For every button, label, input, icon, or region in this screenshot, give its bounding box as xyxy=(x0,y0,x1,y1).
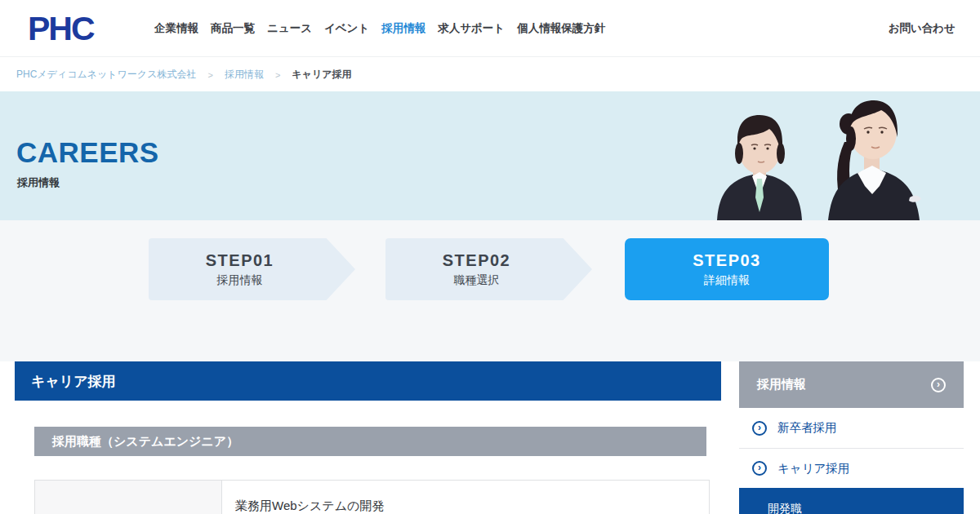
step-01[interactable]: STEP01 採用情報 xyxy=(149,238,355,300)
step-03-label: 詳細情報 xyxy=(704,273,750,288)
sidebar-header[interactable]: 採用情報 › xyxy=(739,361,964,408)
nav-item-privacy-policy[interactable]: 個人情報保護方針 xyxy=(517,21,605,36)
nav-item-news[interactable]: ニュース xyxy=(267,21,312,36)
step-02-number: STEP02 xyxy=(443,251,510,270)
step-03-number: STEP03 xyxy=(693,251,760,270)
nav-item-events[interactable]: イベント xyxy=(324,21,369,36)
chevron-right-circle-icon: › xyxy=(752,461,767,476)
sidebar-item-label: 新卒者採用 xyxy=(777,420,837,436)
business-people-photo xyxy=(701,91,939,220)
section-title-bar: キャリア採用 xyxy=(15,361,721,401)
step-01-number: STEP01 xyxy=(206,251,274,270)
woman-figure xyxy=(828,100,921,220)
sidebar-item-label: キャリア採用 xyxy=(777,461,849,476)
chevron-right-circle-icon: › xyxy=(931,378,946,392)
hero-banner: CAREERS 採用情報 xyxy=(0,91,980,220)
page-title: CAREERS xyxy=(16,136,159,169)
nav-item-company[interactable]: 企業情報 xyxy=(154,21,198,36)
chevron-right-icon: > xyxy=(275,70,280,80)
breadcrumb-recruit[interactable]: 採用情報 xyxy=(225,68,264,82)
careers-page: PHC 企業情報 商品一覧 ニュース イベント 採用情報 求人サポート 個人情報… xyxy=(0,0,980,514)
sidebar-item-development-active[interactable]: 開発職 xyxy=(739,488,964,514)
table-row-value: 業務用Webシステムの開発 xyxy=(222,481,709,514)
sidebar-title: 採用情報 xyxy=(757,377,806,392)
nav-item-job-support[interactable]: 求人サポート xyxy=(438,21,505,36)
sidebar-item-career[interactable]: › キャリア採用 xyxy=(739,448,964,488)
step-03-active[interactable]: STEP03 詳細情報 xyxy=(625,238,829,300)
step-02-label: 職種選択 xyxy=(454,273,500,288)
main-nav: 企業情報 商品一覧 ニュース イベント 採用情報 求人サポート 個人情報保護方針 xyxy=(154,0,605,57)
step-02[interactable]: STEP02 職種選択 xyxy=(385,238,592,300)
step-01-label: 採用情報 xyxy=(217,273,263,288)
nav-item-products[interactable]: 商品一覧 xyxy=(211,21,255,36)
subsection-title-bar: 採用職種（システムエンジニア） xyxy=(34,427,706,456)
sidebar-item-label: 開発職 xyxy=(768,502,802,514)
page-subtitle: 採用情報 xyxy=(17,175,60,190)
breadcrumb-home[interactable]: PHCメディコムネットワークス株式会社 xyxy=(16,68,196,82)
phc-logo[interactable]: PHC xyxy=(28,9,94,48)
sidebar-item-new-graduates[interactable]: › 新卒者採用 xyxy=(739,408,964,448)
application-steps: STEP01 採用情報 STEP02 職種選択 STEP03 詳細情報 xyxy=(0,220,980,361)
recruit-sidebar: 採用情報 › › 新卒者採用 › キャリア採用 開発職 xyxy=(739,361,964,514)
contact-link[interactable]: お問い合わせ xyxy=(889,0,956,57)
job-detail-table: 業務用Webシステムの開発 xyxy=(34,480,710,514)
breadcrumb: PHCメディコムネットワークス株式会社 > 採用情報 > キャリア採用 xyxy=(0,58,980,91)
top-navbar: PHC 企業情報 商品一覧 ニュース イベント 採用情報 求人サポート 個人情報… xyxy=(0,0,980,57)
chevron-right-circle-icon: › xyxy=(752,421,767,436)
man-figure xyxy=(717,115,802,220)
chevron-right-icon: > xyxy=(207,70,212,80)
table-row-header xyxy=(35,481,222,514)
breadcrumb-current: キャリア採用 xyxy=(292,68,351,82)
nav-item-recruit[interactable]: 採用情報 xyxy=(381,21,425,36)
